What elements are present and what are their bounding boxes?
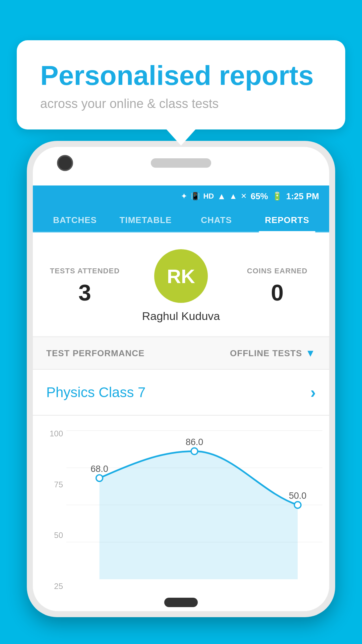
- phone-home-button: [164, 598, 198, 607]
- offline-tests-button[interactable]: OFFLINE TESTS ▼: [230, 347, 316, 359]
- avatar-block: RK Raghul Kuduva: [123, 249, 239, 323]
- tab-timetable[interactable]: TIMETABLE: [110, 207, 181, 231]
- phone-outer: ✦ 📳 HD ▲ ▲ ✕ 65% 🔋 1:25 PM: [27, 141, 335, 617]
- coins-earned-block: COINS EARNED 0: [239, 267, 316, 306]
- y-axis: 100 75 50 25: [40, 422, 66, 611]
- chart-area: 100 75 50 25: [33, 416, 329, 611]
- battery-level: 65%: [251, 191, 268, 202]
- vibrate-icon: 📳: [191, 192, 200, 201]
- battery-icon: 🔋: [272, 192, 282, 201]
- y-label-75: 75: [43, 480, 63, 489]
- wifi-icon: ▲: [217, 191, 226, 202]
- coins-earned-label: COINS EARNED: [239, 267, 316, 275]
- status-icons: ✦ 📳 HD ▲ ▲ ✕: [181, 191, 246, 202]
- chart-point-1: [96, 475, 103, 481]
- y-label-100: 100: [43, 429, 63, 438]
- svg-text:68.0: 68.0: [90, 464, 108, 474]
- tab-reports[interactable]: REPORTS: [252, 207, 322, 231]
- time-display: 1:25 PM: [286, 191, 319, 202]
- class-name: Physics Class 7: [46, 384, 145, 400]
- chart-container: 100 75 50 25: [40, 422, 322, 611]
- hd-label: HD: [203, 192, 214, 201]
- phone-camera: [57, 155, 73, 171]
- tests-attended-label: TESTS ATTENDED: [46, 267, 123, 275]
- line-chart: 68.0 86.0 50.0: [66, 422, 322, 579]
- offline-tests-label: OFFLINE TESTS: [230, 348, 302, 359]
- performance-header: TEST PERFORMANCE OFFLINE TESTS ▼: [33, 337, 329, 370]
- user-name: Raghul Kuduva: [142, 310, 220, 323]
- chart-point-2: [191, 448, 198, 454]
- status-bar: ✦ 📳 HD ▲ ▲ ✕ 65% 🔋 1:25 PM: [33, 185, 329, 207]
- chart-point-3: [294, 502, 301, 508]
- profile-section: TESTS ATTENDED 3 RK Raghul Kuduva COINS …: [33, 232, 329, 336]
- phone-speaker: [151, 158, 211, 168]
- phone-screen: ✦ 📳 HD ▲ ▲ ✕ 65% 🔋 1:25 PM: [33, 147, 329, 611]
- class-row[interactable]: Physics Class 7 ›: [33, 370, 329, 416]
- svg-text:50.0: 50.0: [289, 490, 307, 501]
- bluetooth-icon: ✦: [181, 192, 187, 201]
- tab-batches[interactable]: BATCHES: [40, 207, 110, 231]
- screen-content: ✦ 📳 HD ▲ ▲ ✕ 65% 🔋 1:25 PM: [33, 185, 329, 611]
- y-label-50: 50: [43, 531, 63, 540]
- nav-tabs: BATCHES TIMETABLE CHATS REPORTS: [33, 207, 329, 232]
- signal-icon: ▲: [229, 192, 237, 201]
- chevron-right-icon: ›: [310, 383, 316, 401]
- tooltip-title: Personalised reports: [40, 60, 322, 91]
- main-content: TESTS ATTENDED 3 RK Raghul Kuduva COINS …: [33, 232, 329, 611]
- performance-label: TEST PERFORMANCE: [46, 348, 144, 359]
- y-label-25: 25: [43, 582, 63, 591]
- phone-wrapper: ✦ 📳 HD ▲ ▲ ✕ 65% 🔋 1:25 PM: [27, 141, 335, 644]
- tab-chats[interactable]: CHATS: [181, 207, 252, 231]
- coins-earned-value: 0: [239, 279, 316, 306]
- tooltip-subtitle: across your online & class tests: [40, 97, 322, 111]
- no-sim-icon: ✕: [241, 192, 247, 201]
- svg-text:86.0: 86.0: [186, 437, 203, 447]
- avatar-initials: RK: [167, 265, 195, 287]
- tests-attended-value: 3: [46, 279, 123, 306]
- avatar: RK: [154, 249, 208, 303]
- tooltip-card: Personalised reports across your online …: [17, 40, 345, 129]
- chevron-down-icon: ▼: [305, 347, 316, 359]
- tests-attended-block: TESTS ATTENDED 3: [46, 267, 123, 306]
